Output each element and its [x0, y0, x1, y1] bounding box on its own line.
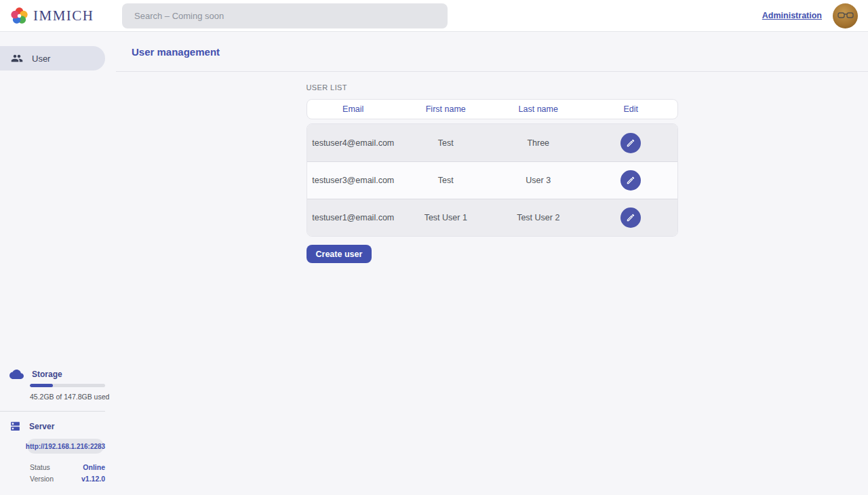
column-header-last-name: Last name	[492, 104, 585, 114]
topbar-right: Administration	[762, 3, 858, 28]
table-row: testuser1@email.com Test User 1 Test Use…	[307, 199, 677, 236]
edit-user-button[interactable]	[620, 133, 641, 153]
cell-email: testuser3@email.com	[307, 176, 400, 185]
pencil-icon	[626, 138, 635, 148]
user-table-body: testuser4@email.com Test Three testuser3…	[307, 123, 678, 237]
version-label: Version	[30, 475, 54, 483]
cell-email: testuser1@email.com	[307, 213, 400, 222]
user-avatar[interactable]	[833, 3, 858, 28]
table-row: testuser3@email.com Test User 3	[307, 161, 677, 199]
cloud-icon	[9, 369, 24, 379]
app-name: IMMICH	[33, 7, 94, 24]
immich-flower-icon	[10, 7, 28, 25]
storage-progress-bar	[30, 384, 105, 387]
cell-last-name: Test User 2	[492, 213, 585, 222]
cell-first-name: Test	[399, 138, 492, 148]
version-value: v1.12.0	[81, 475, 105, 483]
users-group-icon	[11, 52, 23, 64]
column-header-email: Email	[307, 104, 400, 114]
edit-user-button[interactable]	[620, 170, 641, 191]
server-header: Server	[0, 420, 116, 432]
status-value: Online	[83, 463, 105, 471]
storage-title: Storage	[32, 370, 62, 379]
glasses-icon	[837, 12, 854, 20]
section-label: USER LIST	[307, 83, 678, 92]
cell-last-name: User 3	[492, 176, 585, 185]
sidebar-footer: Storage 45.2GB of 147.8GB used Server ht…	[0, 369, 116, 495]
cell-last-name: Three	[492, 138, 585, 148]
main-content: User management USER LIST Email First na…	[116, 32, 868, 495]
sidebar-item-user[interactable]: User	[0, 46, 105, 71]
server-version-row: Version v1.12.0	[30, 473, 105, 484]
column-header-first-name: First name	[399, 104, 492, 114]
cell-edit	[585, 133, 677, 153]
sidebar-item-label: User	[32, 54, 50, 64]
server-status-row: Status Online	[30, 461, 105, 473]
sidebar: User Storage 45.2GB of 147.8GB used Serv…	[0, 32, 116, 495]
search-input[interactable]	[122, 3, 448, 28]
top-bar: IMMICH Administration	[0, 0, 868, 32]
app-logo[interactable]: IMMICH	[10, 7, 94, 25]
footer-divider	[0, 411, 105, 412]
pencil-icon	[626, 213, 635, 222]
cell-first-name: Test User 1	[399, 213, 492, 222]
storage-usage-text: 45.2GB of 147.8GB used	[30, 393, 116, 401]
dns-server-icon	[9, 420, 21, 432]
page-title-bar: User management	[116, 32, 868, 72]
page-title: User management	[132, 46, 220, 58]
storage-progress-fill	[30, 384, 53, 387]
cell-edit	[585, 207, 677, 228]
cell-edit	[585, 170, 677, 191]
user-table-header: Email First name Last name Edit	[307, 99, 678, 119]
server-url-badge: http://192.168.1.216:2283	[27, 439, 104, 454]
server-title: Server	[29, 422, 54, 431]
column-header-edit: Edit	[585, 104, 677, 114]
cell-email: testuser4@email.com	[307, 138, 400, 148]
status-label: Status	[30, 463, 50, 471]
user-list-section: USER LIST Email First name Last name Edi…	[307, 83, 678, 263]
storage-header: Storage	[0, 369, 116, 379]
pencil-icon	[626, 176, 635, 185]
administration-link[interactable]: Administration	[762, 11, 822, 20]
table-row: testuser4@email.com Test Three	[307, 124, 677, 161]
edit-user-button[interactable]	[620, 207, 641, 228]
cell-first-name: Test	[399, 176, 492, 185]
create-user-button[interactable]: Create user	[307, 245, 372, 263]
